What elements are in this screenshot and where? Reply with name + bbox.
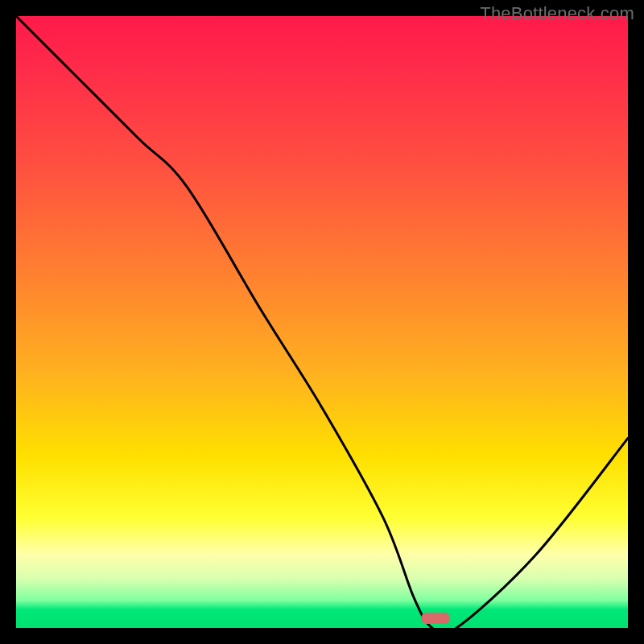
watermark-text: TheBottleneck.com [480, 3, 634, 24]
bottleneck-curve [16, 16, 628, 628]
optimal-marker [421, 613, 450, 624]
plot-area [16, 16, 628, 628]
chart-container: TheBottleneck.com [0, 0, 644, 644]
